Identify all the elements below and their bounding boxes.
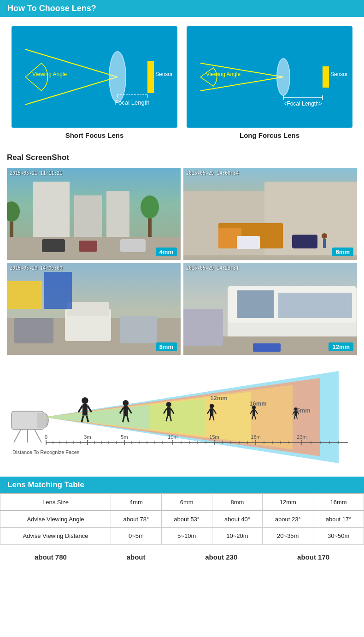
row-label-distance: Advise Viewing Distance [0,528,111,544]
meas-about-170: about 170 [297,553,329,561]
svg-rect-109 [294,411,297,416]
col-6mm: 6mm [161,494,212,511]
measurements-section: about 780 about about 230 about 170 [0,544,364,566]
short-focus-lens-image: Focal Length Viewing Angle Sensor [12,26,177,128]
svg-rect-85 [123,406,128,416]
col-lens-size: Lens Size [0,494,111,511]
timestamp-12mm: 2015-05-29 14:23:31 [186,265,239,271]
svg-line-65 [35,430,41,442]
svg-text:Viewing Angle: Viewing Angle [206,71,241,77]
svg-rect-51 [44,272,72,309]
svg-rect-91 [167,407,170,416]
svg-point-34 [141,195,159,218]
svg-text:18m: 18m [251,434,260,440]
svg-rect-15 [323,66,329,88]
svg-rect-43 [323,239,326,248]
svg-rect-40 [292,235,317,248]
svg-rect-58 [183,309,223,346]
real-screenshot-section: Real ScreenShot [0,148,364,364]
svg-text:8mm: 8mm [170,390,184,397]
dist-6mm: 5~10m [161,528,212,544]
meas-about-230: about 230 [205,553,237,561]
svg-rect-47 [67,302,109,316]
screenshot-4mm: 2015-05-21 11:11:21 4mm [7,168,181,260]
svg-rect-97 [210,408,213,416]
dist-8mm: 10~20m [212,528,263,544]
short-focus-label: Short Focus Lens [12,131,177,139]
svg-rect-28 [42,239,65,252]
svg-point-90 [166,402,171,407]
lens-matching-table: Lens Size 4mm 6mm 8mm 12mm 16mm Advise V… [0,493,364,544]
svg-rect-103 [252,409,255,416]
svg-text:15m: 15m [209,434,219,440]
svg-text:Distance To Recognize Faces: Distance To Recognize Faces [12,449,80,455]
svg-rect-56 [278,293,352,318]
badge-12mm: 12mm [329,342,353,351]
svg-rect-30 [120,239,146,252]
svg-rect-55 [237,290,274,318]
svg-rect-79 [82,404,88,415]
lens-diagrams-container: Focal Length Viewing Angle Sensor Short … [7,26,357,139]
screenshot-12mm: 2015-05-29 14:23:31 12mm [183,263,357,355]
table-section: Lens Matching Table Lens Size 4mm 6mm 8m… [0,472,364,566]
col-8mm: 8mm [212,494,263,511]
angle-8mm: about 40° [212,511,263,528]
meas-about: about [127,553,146,561]
svg-text:<Focal Length>: <Focal Length> [283,100,322,107]
long-focus-label: Long Forcus Lens [187,131,352,139]
lens-choice-section: Focal Length Viewing Angle Sensor Short … [0,17,364,148]
angle-4mm: about 78° [111,511,161,528]
svg-rect-49 [120,316,157,343]
svg-point-42 [322,233,327,239]
svg-point-78 [82,397,88,404]
table-title: Lens Matching Table [7,480,84,489]
meas-about-label: about [127,553,146,561]
timestamp-6mm: 2015-05-29 14:00:34 [186,171,239,176]
svg-rect-59 [253,343,281,352]
badge-6mm: 6mm [332,248,353,256]
meas-about-780: about 780 [35,553,67,561]
svg-text:6mm: 6mm [129,384,143,391]
svg-point-84 [123,400,129,406]
badge-4mm: 4mm [156,248,177,256]
svg-rect-50 [7,281,42,309]
angle-16mm: about 17° [313,511,364,528]
dist-16mm: 30~50m [313,528,364,544]
svg-rect-48 [14,318,53,343]
svg-text:Focal Length: Focal Length [115,99,149,106]
meas-780-label: about 780 [35,553,67,561]
dist-12mm: 20~35m [263,528,313,544]
svg-text:4mm: 4mm [81,377,94,384]
distance-chart-svg: 4mm 6mm 8mm 12mm 16mm 25mm [7,369,357,466]
svg-text:16mm: 16mm [249,400,267,407]
dist-4mm: 0~5m [111,528,161,544]
svg-line-63 [14,430,21,442]
svg-text:Sensor: Sensor [155,71,173,77]
timestamp-4mm: 2015-05-21 11:11:21 [10,171,62,176]
lens-choose-title: How To Choose Lens? [7,4,96,13]
svg-rect-4 [147,61,154,93]
row-label-angle: Advise Viewing Angle [0,511,111,528]
screenshot-8mm: 2015-05-29 14:00:00 8mm [7,263,181,355]
col-4mm: 4mm [111,494,161,511]
screenshot-6mm: 2015-05-29 14:00:34 6mm [183,168,357,260]
svg-text:23m: 23m [297,434,306,440]
badge-8mm: 8mm [156,342,177,351]
meas-230-label: about 230 [205,553,237,561]
table-row-viewing-distance: Advise Viewing Distance 0~5m 5~10m 10~20… [0,528,364,544]
svg-text:Viewing Angle: Viewing Angle [32,71,67,77]
svg-text:5m: 5m [121,434,128,440]
real-screenshot-title: Real ScreenShot [7,153,357,162]
angle-12mm: about 23° [263,511,313,528]
screenshot-grid: 2015-05-21 11:11:21 4mm [7,168,357,355]
table-row-viewing-angle: Advise Viewing Angle about 78° about 53°… [0,511,364,528]
svg-text:10m: 10m [168,434,177,440]
svg-rect-41 [237,236,260,249]
col-16mm: 16mm [313,494,364,511]
svg-text:0: 0 [45,434,47,440]
table-header: Lens Matching Table [0,477,364,493]
angle-6mm: about 53° [161,511,212,528]
long-focus-lens-image: <Focal Length> Viewing Angle Sensor [187,26,352,128]
lens-choose-header: How To Choose Lens? [0,0,364,17]
long-focus-lens-diagram: <Focal Length> Viewing Angle Sensor Long… [187,26,352,139]
